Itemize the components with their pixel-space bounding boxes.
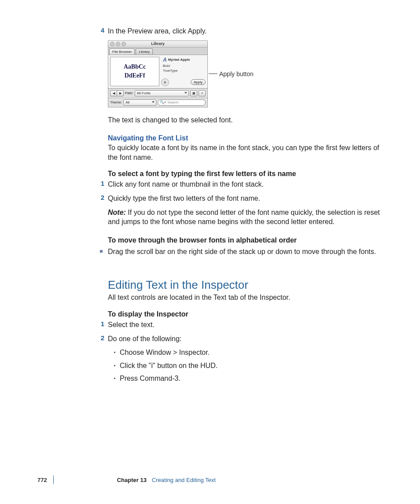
tab-bar: File Browser Library xyxy=(108,48,207,55)
path-label: Path: xyxy=(125,91,133,95)
search-icon: 🔍▾ xyxy=(160,100,166,104)
font-kind: TrueType xyxy=(163,69,206,73)
navigating-heading: Navigating the Font List xyxy=(108,134,390,142)
section-title: Editing Text in the Inspector xyxy=(108,278,390,292)
theme-value: All xyxy=(125,100,129,104)
move-heading: To move through the browser fonts in alp… xyxy=(108,236,390,244)
theme-row: Theme: All 🔍▾ Search xyxy=(108,98,207,107)
chapter-label: Chapter 13 xyxy=(117,477,147,483)
select-step-2: 2 Quickly type the first two letters of … xyxy=(108,194,390,203)
display-step-2: 2 Do one of the following: xyxy=(108,334,390,344)
callout-label: Apply button xyxy=(219,70,254,77)
tab-file-browser[interactable]: File Browser xyxy=(109,48,135,55)
play-button[interactable]: ▶ xyxy=(161,78,169,86)
after-figure-text: The text is changed to the selected font… xyxy=(108,115,390,125)
step-text: In the Preview area, click Apply. xyxy=(108,26,207,36)
select-step-1: 1 Click any font name or thumbnail in th… xyxy=(108,180,390,189)
bullet-icon xyxy=(114,378,115,379)
theme-label: Theme: xyxy=(110,100,122,104)
grid-view-button[interactable]: ▦ xyxy=(190,90,197,96)
step-number: 2 xyxy=(96,194,104,203)
page-number: 772 xyxy=(37,477,47,483)
step-number: 1 xyxy=(96,320,104,330)
navigating-text: To quickly locate a font by its name in … xyxy=(108,143,390,162)
step-number: 4 xyxy=(96,26,104,36)
step-number: 1 xyxy=(96,180,104,189)
option-text: Press Command-3. xyxy=(120,374,181,383)
option-text: Choose Window > Inspector. xyxy=(120,348,210,357)
step-text: Do one of the following: xyxy=(108,334,181,344)
apply-button[interactable]: Apply xyxy=(191,79,206,85)
font-name: Myriad Apple xyxy=(168,58,190,62)
bullet-icon xyxy=(114,365,115,366)
library-window: Library File Browser Library AaBbCc DdEe… xyxy=(108,40,208,107)
note-label: Note: xyxy=(108,209,126,216)
path-row: ◀ ▶ Path: All Fonts ▦ ≡ xyxy=(108,88,207,98)
font-weight: Bold xyxy=(163,64,206,68)
display-inspector-heading: To display the Inspector xyxy=(108,310,390,318)
content-row: AaBbCc DdEeFf AMyriad Apple Bold TrueTyp… xyxy=(108,55,207,88)
font-preview: AaBbCc DdEeFf xyxy=(110,57,159,86)
section-intro: All text controls are located in the Tex… xyxy=(108,293,390,302)
path-dropdown[interactable]: All Fonts xyxy=(135,90,189,96)
note-paragraph: Note: If you do not type the second lett… xyxy=(108,208,390,227)
library-window-figure: Library File Browser Library AaBbCc DdEe… xyxy=(108,40,390,107)
path-value: All Fonts xyxy=(137,91,151,95)
search-input[interactable]: 🔍▾ Search xyxy=(158,99,206,106)
nav-back-button[interactable]: ◀ xyxy=(110,90,117,96)
preview-line1: AaBbCc xyxy=(124,63,146,70)
step-text: Click any font name or thumbnail in the … xyxy=(108,180,264,189)
note-text: If you do not type the second letter of … xyxy=(108,209,380,226)
step-text: Select the text. xyxy=(108,320,155,330)
sub-option-3: Press Command-3. xyxy=(114,374,390,383)
step-4: 4 In the Preview area, click Apply. xyxy=(108,26,390,36)
search-placeholder: Search xyxy=(167,100,178,104)
nav-forward-button[interactable]: ▶ xyxy=(117,90,124,96)
theme-dropdown[interactable]: All xyxy=(123,99,156,106)
bullet-icon xyxy=(114,352,115,353)
select-font-heading: To select a font by typing the first few… xyxy=(108,170,390,178)
step-text: Quickly type the first two letters of th… xyxy=(108,194,260,203)
sub-option-2: Click the "i" button on the HUD. xyxy=(114,361,390,371)
preview-line2: DdEeFf xyxy=(125,72,145,79)
option-text: Click the "i" button on the HUD. xyxy=(120,361,217,371)
titlebar: Library xyxy=(108,41,207,48)
move-bullet: Drag the scroll bar on the right side of… xyxy=(108,247,390,257)
callout-leader xyxy=(209,74,217,74)
page-footer: 772 Chapter 13 Creating and Editing Text xyxy=(37,475,216,484)
nav-buttons: ◀ ▶ xyxy=(110,90,124,96)
tab-library[interactable]: Library xyxy=(136,48,152,55)
font-icon: A xyxy=(163,57,167,63)
font-meta: AMyriad Apple Bold TrueType xyxy=(161,55,207,78)
bullet-icon xyxy=(100,250,103,253)
bullet-text: Drag the scroll bar on the right side of… xyxy=(108,247,376,257)
step-number: 2 xyxy=(96,334,104,344)
window-title: Library xyxy=(108,41,207,46)
footer-divider xyxy=(53,475,54,484)
display-step-1: 1 Select the text. xyxy=(108,320,390,330)
sub-option-1: Choose Window > Inspector. xyxy=(114,348,390,357)
chapter-title: Creating and Editing Text xyxy=(152,477,216,483)
list-view-button[interactable]: ≡ xyxy=(199,90,206,96)
